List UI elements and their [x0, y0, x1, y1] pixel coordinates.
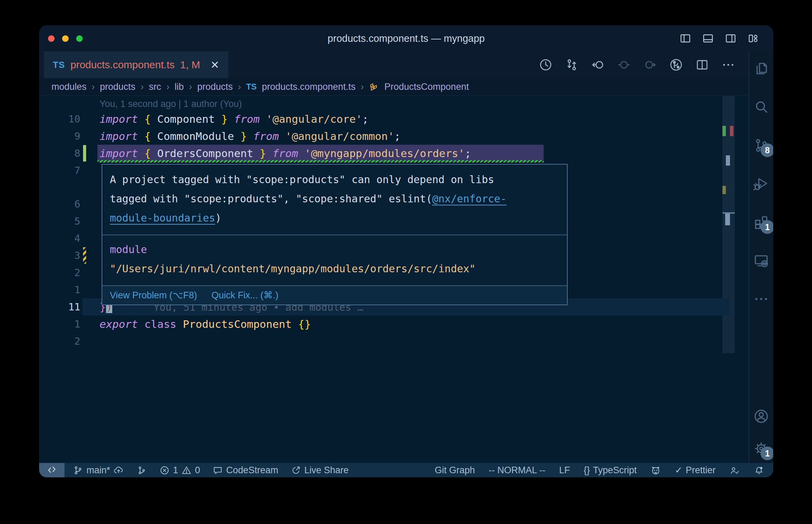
cloud-upload-icon [113, 465, 124, 476]
status-git-graph-label: Git Graph [435, 465, 475, 476]
comment-icon [212, 465, 223, 476]
problem-hover-popup: A project tagged with "scope:products" c… [102, 164, 568, 305]
previous-change-icon [617, 58, 631, 72]
hover-actions: View Problem (⌥F8) Quick Fix... (⌘.) [102, 286, 567, 305]
status-accessibility[interactable] [729, 465, 740, 476]
quick-fix-action[interactable]: Quick Fix... (⌘.) [211, 290, 278, 301]
status-git-branch-label: main* [86, 465, 110, 476]
activity-run-debug-button[interactable] [753, 176, 769, 192]
title-bar[interactable]: products.component.ts — myngapp [39, 25, 773, 51]
panel-bottom-button[interactable] [702, 32, 714, 45]
breadcrumb-item-file[interactable]: products.component.ts [262, 82, 356, 92]
code-text: import { CommonModule } from '@angular/c… [100, 128, 401, 145]
code-editor[interactable]: You, 1 second ago | 1 author (You) A pro… [39, 96, 749, 463]
timeline-button[interactable] [538, 58, 553, 72]
eslint-rule-link-wrap[interactable]: module-boundaries [110, 212, 215, 225]
breadcrumb-item-src[interactable]: src [149, 82, 161, 92]
activity-account-button[interactable] [753, 408, 769, 425]
status-codestream-label: CodeStream [226, 465, 278, 476]
open-changes-icon [669, 58, 683, 72]
panel-left-button[interactable] [679, 32, 692, 45]
tab-products-component[interactable]: TS products.component.ts 1, M ✕ [44, 51, 228, 78]
status-eol-label: LF [559, 465, 570, 476]
settings-badge: 1 [761, 446, 773, 460]
tab-problems-badge: 1, M [180, 59, 200, 71]
breadcrumb-separator: › [92, 82, 95, 92]
status-language-typescript[interactable]: {}TypeScript [584, 465, 637, 476]
line-number: 10 [39, 110, 80, 128]
next-change-button[interactable] [643, 58, 657, 72]
status-git-graph[interactable]: Git Graph [435, 465, 475, 476]
breadcrumb-item-symbol[interactable]: ProductsComponent [384, 82, 469, 92]
line-number: 9 [39, 128, 80, 145]
customize-layout-button[interactable] [747, 32, 759, 45]
breadcrumb-item-products[interactable]: products [100, 82, 136, 92]
vscode-window: products.component.ts — myngapp TS produ… [39, 25, 773, 477]
eslint-rule-link[interactable]: @nx/enforce- [432, 193, 507, 205]
more-actions-button[interactable] [721, 58, 735, 72]
status-git-branch[interactable]: main* [73, 465, 124, 476]
line-number: 3 [39, 247, 80, 264]
line-number: 1 [39, 281, 80, 298]
status-prettier[interactable]: ✓Prettier [675, 465, 716, 476]
activity-explorer-button[interactable] [753, 60, 769, 77]
octoface-icon [650, 465, 661, 476]
customize-layout-icon [747, 32, 759, 45]
status-github[interactable] [650, 465, 661, 476]
code-line[interactable]: 10import { Component } from '@angular/co… [39, 110, 729, 128]
view-problem-action[interactable]: View Problem (⌥F8) [110, 290, 197, 301]
activity-source-control-button[interactable]: 8 [753, 137, 769, 154]
line-number: 8 [39, 145, 80, 162]
code-line[interactable]: 2 [39, 333, 729, 350]
code-line[interactable]: 9import { CommonModule } from '@angular/… [39, 128, 729, 145]
status-vim-mode[interactable]: -- NORMAL -- [489, 465, 545, 476]
bell-dot-icon [754, 465, 764, 476]
activity-remote-explorer-button[interactable] [753, 252, 769, 269]
status-live-share-label: Live Share [304, 465, 349, 476]
code-line[interactable]: 8import { OrdersComponent } from '@mynga… [39, 145, 729, 162]
problem-module-info: module "/Users/juri/nrwl/content/myngapp… [102, 235, 567, 286]
branch-icon [73, 465, 83, 476]
activity-search-button[interactable] [753, 99, 769, 115]
activity-more-views-button[interactable] [753, 291, 769, 307]
compare-changes-button[interactable] [565, 58, 579, 72]
status-notifications[interactable] [754, 465, 764, 476]
error-circle-icon [159, 465, 170, 476]
symbol-class-icon [369, 82, 379, 92]
navigate-back-button[interactable] [591, 58, 605, 72]
status-language-typescript-label: TypeScript [593, 465, 637, 476]
live-share-icon [291, 465, 301, 476]
status-bar: main*10CodeStreamLive Share Git Graph-- … [39, 463, 773, 477]
breadcrumb-item-lib[interactable]: lib [175, 82, 184, 92]
split-editor-icon [695, 58, 709, 72]
typescript-file-icon: TS [246, 82, 257, 92]
warning-triangle-icon [181, 465, 192, 476]
status-git-compare[interactable] [136, 465, 147, 476]
status-eol[interactable]: LF [559, 465, 570, 476]
line-number: 11 [39, 298, 80, 315]
line-number: 4 [39, 230, 80, 247]
open-changes-button[interactable] [669, 58, 683, 72]
git-compare-icon [136, 465, 147, 476]
status-live-share[interactable]: Live Share [291, 465, 349, 476]
split-editor-button[interactable] [695, 58, 709, 72]
remote-indicator[interactable] [39, 463, 65, 477]
activity-settings-button[interactable]: 1 [753, 440, 769, 457]
typescript-file-icon: TS [53, 60, 65, 70]
status-vim-mode-label: -- NORMAL -- [489, 465, 545, 476]
breadcrumb-item-products[interactable]: products [197, 82, 233, 92]
more-actions-icon [721, 58, 735, 72]
editor-toolbar [538, 51, 749, 78]
activity-bar: 811 [749, 51, 773, 463]
breadcrumb-item-modules[interactable]: modules [51, 82, 86, 92]
panel-bottom-icon [702, 32, 714, 45]
status-codestream[interactable]: CodeStream [212, 465, 278, 476]
status-problems-label: 1 [173, 465, 178, 476]
panel-right-button[interactable] [724, 32, 737, 45]
previous-change-button[interactable] [617, 58, 631, 72]
problem-message: A project tagged with "scope:products" c… [102, 165, 567, 235]
code-line[interactable]: 1export class ProductsComponent {} [39, 315, 729, 333]
activity-extensions-button[interactable]: 1 [753, 214, 769, 230]
close-tab-icon[interactable]: ✕ [210, 59, 219, 71]
status-problems[interactable]: 10 [159, 465, 200, 476]
